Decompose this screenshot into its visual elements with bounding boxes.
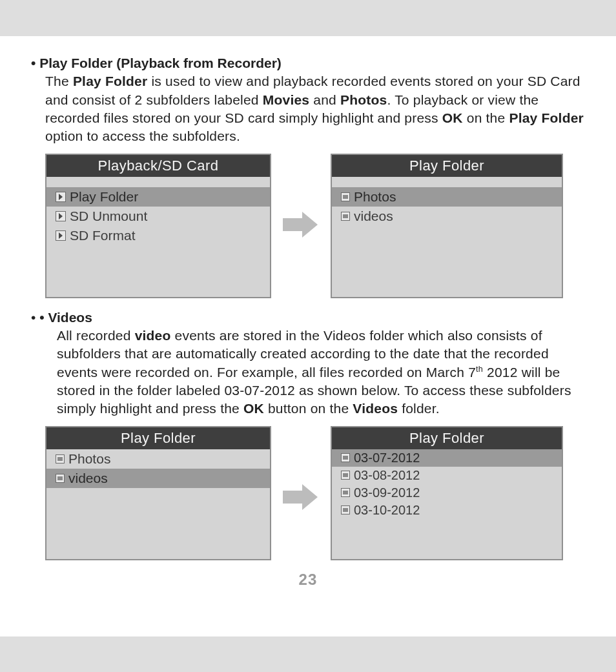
menu-body: Play Folder SD Unmount SD Format	[46, 187, 270, 297]
section-videos: Videos All recorded video events are sto…	[31, 309, 585, 418]
figure-row-2: Play Folder Photos videos Play Folder	[45, 426, 585, 560]
menu-item-date-1[interactable]: 03-08-2012	[332, 467, 562, 484]
folder-icon	[341, 488, 350, 497]
text: All recorded	[57, 328, 135, 343]
folder-icon	[341, 453, 350, 462]
menu-title: Play Folder	[46, 427, 270, 449]
folder-icon	[56, 211, 66, 221]
page-number: 23	[31, 571, 585, 589]
menu-item-label: SD Unmount	[70, 209, 147, 224]
menu-item-videos[interactable]: videos	[332, 207, 562, 226]
term-play-folder-2: Play Folder	[509, 110, 584, 125]
menu-body: Photos videos	[46, 449, 270, 559]
text: folder.	[398, 401, 440, 416]
bullet-dot	[31, 310, 39, 325]
bullet-dot	[31, 56, 39, 70]
arrow-right-icon	[283, 212, 319, 238]
folder-icon	[341, 212, 350, 221]
document-page: Play Folder (Playback from Recorder) The…	[0, 36, 616, 636]
section-play-folder: Play Folder (Playback from Recorder) The…	[31, 54, 585, 146]
menu-title: Play Folder	[332, 155, 562, 177]
menu-item-label: videos	[68, 471, 108, 486]
menu-item-label: Photos	[354, 189, 396, 205]
arrow-column	[283, 154, 319, 238]
menu-item-photos[interactable]: Photos	[332, 187, 562, 207]
heading-videos: Videos	[31, 309, 585, 327]
menu-title: Playback/SD Card	[46, 155, 270, 177]
folder-icon	[341, 505, 350, 514]
menu-body: Photos videos	[332, 187, 562, 297]
menu-item-label: videos	[354, 209, 393, 224]
menu-item-photos[interactable]: Photos	[46, 449, 270, 469]
menu-title: Play Folder	[332, 427, 562, 449]
figure-row-1: Playback/SD Card Play Folder SD Unmount …	[45, 154, 585, 298]
paragraph-play-folder: The Play Folder is used to view and play…	[31, 72, 585, 145]
term-videos: Videos	[353, 401, 398, 416]
folder-icon	[56, 230, 66, 241]
arrow-column	[283, 426, 319, 510]
menu-playback-sdcard: Playback/SD Card Play Folder SD Unmount …	[45, 154, 271, 298]
heading-play-folder: Play Folder (Playback from Recorder)	[31, 54, 585, 72]
menu-item-label: 03-07-2012	[354, 451, 420, 465]
term-movies: Movies	[263, 92, 309, 107]
term-photos: Photos	[340, 92, 387, 107]
folder-icon	[56, 474, 65, 483]
menu-item-videos[interactable]: videos	[46, 469, 270, 488]
menu-item-date-2[interactable]: 03-09-2012	[332, 484, 562, 502]
menu-item-label: SD Format	[70, 228, 136, 243]
menu-item-play-folder[interactable]: Play Folder	[46, 187, 270, 207]
heading-text: Play Folder (Playback from Recorder)	[39, 56, 282, 70]
top-band	[0, 0, 616, 36]
text: on the	[463, 110, 509, 125]
folder-icon	[341, 471, 350, 480]
superscript-th: th	[476, 365, 483, 374]
menu-item-label: Play Folder	[70, 189, 138, 205]
menu-item-label: 03-08-2012	[354, 468, 420, 483]
menu-item-sd-unmount[interactable]: SD Unmount	[46, 207, 270, 226]
menu-body: 03-07-2012 03-08-2012 03-09-2012 03-10-2…	[332, 449, 562, 559]
menu-item-label: Photos	[68, 451, 110, 467]
text: The	[45, 74, 73, 88]
text: button on the	[264, 401, 353, 416]
term-ok: OK	[243, 401, 264, 416]
menu-item-label: 03-10-2012	[354, 503, 420, 518]
term-play-folder: Play Folder	[73, 74, 148, 88]
folder-icon	[56, 454, 65, 463]
menu-date-folders: Play Folder 03-07-2012 03-08-2012 03-09-…	[331, 426, 563, 560]
heading-text: Videos	[48, 310, 92, 325]
term-ok: OK	[442, 110, 463, 125]
bottom-band	[0, 636, 616, 672]
menu-play-folder-1: Play Folder Photos videos	[331, 154, 563, 298]
menu-item-label: 03-09-2012	[354, 485, 420, 500]
menu-item-sd-format[interactable]: SD Format	[46, 226, 270, 245]
text: and	[309, 92, 340, 107]
paragraph-videos: All recorded video events are stored in …	[31, 327, 585, 418]
folder-icon	[341, 192, 350, 201]
menu-play-folder-2: Play Folder Photos videos	[45, 426, 271, 560]
text: option to access the subfolders.	[45, 128, 240, 143]
arrow-right-icon	[283, 484, 319, 510]
menu-item-date-0[interactable]: 03-07-2012	[332, 449, 562, 467]
term-video: video	[135, 328, 171, 343]
menu-spacer	[46, 177, 270, 187]
menu-spacer	[332, 177, 562, 187]
folder-icon	[56, 192, 66, 202]
bullet-dot-2	[39, 310, 48, 325]
menu-item-date-3[interactable]: 03-10-2012	[332, 502, 562, 519]
